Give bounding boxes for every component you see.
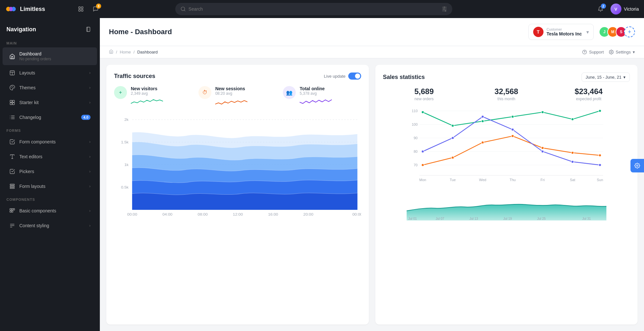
svg-point-16 bbox=[444, 9, 445, 10]
changelog-icon bbox=[9, 114, 15, 121]
svg-point-99 bbox=[421, 150, 424, 153]
svg-text:80: 80 bbox=[414, 150, 418, 153]
filter-icon[interactable] bbox=[442, 6, 447, 12]
svg-text:100: 100 bbox=[411, 122, 417, 126]
settings-label: Settings bbox=[616, 50, 631, 54]
svg-point-22 bbox=[11, 87, 12, 87]
svg-text:Tue: Tue bbox=[449, 178, 456, 182]
stat-value-orders: 5,689 bbox=[383, 87, 466, 96]
svg-point-88 bbox=[511, 115, 514, 118]
content-area: Home - Dashboard T Customer Tesla Motors… bbox=[100, 18, 644, 331]
svg-point-103 bbox=[541, 150, 544, 153]
notification-btn[interactable]: 2 bbox=[594, 3, 607, 15]
svg-text:Sun: Sun bbox=[597, 178, 603, 182]
grid-icon-btn[interactable] bbox=[75, 3, 87, 15]
traffic-header: Traffic sources Live update bbox=[114, 73, 361, 80]
svg-text:110: 110 bbox=[411, 109, 417, 113]
svg-text:Wed: Wed bbox=[479, 178, 486, 182]
svg-point-89 bbox=[541, 111, 544, 113]
svg-text:Jul 13: Jul 13 bbox=[469, 217, 478, 220]
sidebar-item-basic-components[interactable]: Basic components › bbox=[3, 204, 97, 218]
main-wrap: Navigation MAIN Dashboard No pending ord… bbox=[0, 18, 644, 331]
topnav-right: 2 V Victoria bbox=[594, 3, 639, 15]
themes-icon bbox=[9, 84, 15, 91]
customer-info: Customer Tesla Motors Inc bbox=[547, 27, 582, 36]
add-team-member-btn[interactable]: + bbox=[624, 26, 635, 37]
toggle-switch[interactable] bbox=[348, 73, 361, 80]
form-layouts-icon-svg bbox=[9, 183, 15, 189]
breadcrumb-home[interactable]: Home bbox=[120, 50, 131, 54]
online-info: Total online 5,378 avg bbox=[300, 86, 332, 107]
settings-icon bbox=[609, 50, 614, 54]
layouts-label: Layouts bbox=[19, 70, 85, 75]
sales-mini-chart: Jul 01 Jul 07 Jul 13 Jul 19 Jul 25 Jul 3… bbox=[383, 195, 630, 220]
pickers-icon-svg bbox=[9, 169, 15, 174]
support-icon bbox=[582, 50, 587, 54]
pickers-chevron: › bbox=[89, 169, 91, 174]
logo[interactable]: Limitless bbox=[5, 3, 70, 15]
sidebar-toggle[interactable] bbox=[83, 24, 93, 34]
customer-selector[interactable]: T Customer Tesla Motors Inc ▾ bbox=[528, 24, 594, 40]
svg-text:08:00: 08:00 bbox=[198, 212, 208, 216]
sidebar-item-content-styling[interactable]: Content styling › bbox=[3, 219, 97, 233]
svg-text:Sat: Sat bbox=[570, 178, 575, 182]
user-menu[interactable]: V Victoria bbox=[610, 4, 639, 15]
sidebar-item-text-editors[interactable]: Text editors › bbox=[3, 150, 97, 164]
svg-point-95 bbox=[511, 135, 514, 137]
search-bar bbox=[175, 3, 452, 15]
mini-chart-svg: Jul 01 Jul 07 Jul 13 Jul 19 Jul 25 Jul 3… bbox=[383, 195, 630, 220]
sidebar-item-form-components[interactable]: Form components › bbox=[3, 135, 97, 149]
traffic-chart-area: 2k 1.5k 1k 0.5k 00:00 04:00 08:00 12:00 … bbox=[114, 113, 361, 223]
message-icon-btn[interactable]: 8 bbox=[90, 3, 102, 15]
sidebar-item-layouts[interactable]: Layouts › bbox=[3, 66, 97, 80]
svg-text:00:00: 00:00 bbox=[127, 212, 138, 216]
starter-label: Starter kit bbox=[19, 100, 85, 105]
date-picker-chevron: ▾ bbox=[623, 75, 626, 80]
stat-value-profit: $23,464 bbox=[548, 87, 630, 96]
starter-icon-svg bbox=[9, 100, 15, 105]
sidebar-title: Navigation bbox=[6, 26, 36, 33]
svg-text:2k: 2k bbox=[124, 118, 129, 122]
stats-row: 5,689 new orders 32,568 this month $23,4… bbox=[383, 87, 630, 101]
svg-text:Jul 01: Jul 01 bbox=[408, 217, 417, 220]
visitors-icon: + bbox=[114, 86, 127, 99]
support-btn[interactable]: Support bbox=[582, 50, 604, 54]
sales-chart-svg: 110 100 90 80 70 Mon Tue Wed Thu Fri Sat… bbox=[383, 108, 630, 191]
settings-fab[interactable] bbox=[630, 159, 644, 172]
sessions-sparkline bbox=[215, 97, 247, 107]
sidebar-item-dashboard[interactable]: Dashboard No pending orders bbox=[3, 47, 97, 65]
starter-chevron: › bbox=[89, 100, 91, 105]
basic-components-icon bbox=[9, 208, 15, 214]
dashboard-label: Dashboard bbox=[19, 51, 91, 56]
svg-rect-37 bbox=[10, 186, 14, 187]
visitors-title: New visitors bbox=[131, 86, 163, 91]
svg-rect-5 bbox=[82, 7, 83, 8]
grid-icon bbox=[78, 6, 84, 12]
svg-text:Fri: Fri bbox=[540, 178, 544, 182]
search-input[interactable] bbox=[188, 6, 439, 12]
stat-label-profit: expected profit bbox=[548, 97, 630, 101]
date-picker[interactable]: June, 15 - June, 21 ▾ bbox=[582, 73, 630, 82]
sidebar-item-changelog[interactable]: Changelog 4.0 bbox=[3, 110, 97, 124]
form-components-icon-svg bbox=[9, 139, 15, 145]
sidebar-item-pickers[interactable]: Pickers › bbox=[3, 164, 97, 179]
traffic-chart-svg: 2k 1.5k 1k 0.5k 00:00 04:00 08:00 12:00 … bbox=[114, 113, 361, 223]
tesla-logo: T bbox=[533, 27, 543, 37]
sidebar-item-themes[interactable]: Themes › bbox=[3, 81, 97, 95]
settings-btn[interactable]: Settings ▾ bbox=[609, 50, 635, 54]
svg-point-92 bbox=[421, 164, 424, 166]
svg-point-87 bbox=[481, 120, 484, 122]
home-icon bbox=[9, 53, 15, 60]
online-title: Total online bbox=[300, 86, 332, 91]
svg-text:Thu: Thu bbox=[509, 178, 515, 182]
live-update-toggle[interactable]: Live update bbox=[324, 73, 361, 80]
breadcrumb-separator-1: / bbox=[116, 50, 117, 54]
user-name: Victoria bbox=[624, 6, 639, 12]
visitors-sub: 2,349 avg bbox=[131, 91, 163, 96]
svg-point-3 bbox=[9, 7, 13, 11]
metrics-row: + New visitors 2,349 avg ⏱ New session bbox=[114, 86, 361, 107]
sidebar-item-starter[interactable]: Starter kit › bbox=[3, 95, 97, 110]
support-label: Support bbox=[589, 50, 604, 54]
online-sparkline bbox=[300, 97, 332, 107]
sidebar-item-form-layouts[interactable]: Form layouts › bbox=[3, 179, 97, 193]
